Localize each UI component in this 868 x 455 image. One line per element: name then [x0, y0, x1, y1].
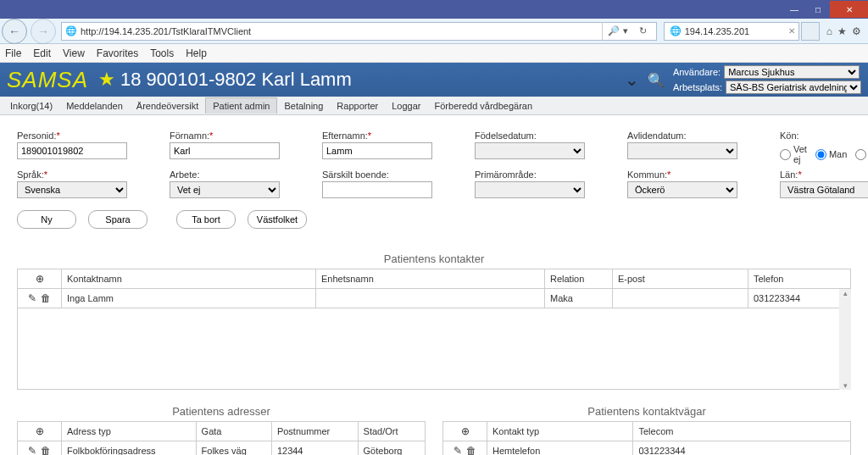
add-icon[interactable]: ⊕	[36, 273, 44, 285]
kon-label: Kön:	[780, 130, 868, 141]
kon-vetej[interactable]: Vet ej	[780, 144, 807, 164]
menu-tools[interactable]: Tools	[150, 47, 174, 59]
window-titlebar: — □ ✕	[0, 0, 868, 19]
table-row[interactable]: ✎ 🗑 Inga Lamm Maka 031223344	[18, 289, 851, 308]
table-row[interactable]: ✎ 🗑 Hemtelefon 031223344	[443, 441, 851, 456]
kon-kvinna[interactable]: Kvinna	[855, 149, 868, 160]
avliden-select[interactable]	[627, 142, 737, 159]
kon-man[interactable]: Man	[815, 149, 847, 160]
avliden-label: Avlidendatum:	[627, 130, 763, 141]
lan-select[interactable]: Västra Götaland	[780, 181, 868, 198]
lan-label: Län:*	[780, 169, 868, 180]
fodelse-select[interactable]	[475, 142, 585, 159]
home-icon[interactable]: ⌂	[826, 25, 832, 37]
arbete-select[interactable]: Vet ej	[170, 181, 280, 198]
tab-close-icon[interactable]: ✕	[788, 26, 795, 36]
addresses-title: Patientens adresser	[17, 405, 426, 418]
user-select[interactable]: Marcus Sjukhus	[724, 65, 860, 79]
star-icon[interactable]: ★	[98, 69, 115, 91]
menu-help[interactable]: Help	[186, 47, 207, 59]
browser-tab[interactable]: 🌐 194.14.235.201 ✕	[664, 22, 799, 41]
maximize-button[interactable]: □	[806, 1, 830, 18]
contact-unit	[316, 289, 545, 308]
url-text: http://194.14.235.201/TstKlaraITMVClient	[81, 26, 251, 36]
col-epost: E-post	[613, 269, 748, 289]
browser-tools: ⌂ ★ ⚙	[820, 25, 868, 37]
tab-arendeoversikt[interactable]: Ärendeöversikt	[130, 98, 205, 114]
ny-button[interactable]: Ny	[17, 210, 76, 229]
table-header-row: ⊕ Adress typ Gata Postnummer Stad/Ort	[18, 422, 426, 441]
efternamn-input[interactable]	[322, 142, 432, 159]
add-icon[interactable]: ⊕	[36, 425, 44, 437]
tab-inkorg[interactable]: Inkorg(14)	[3, 98, 59, 114]
table-header-row: ⊕ Kontaktnamn Enhetsnamn Relation E-post…	[18, 269, 851, 289]
patient-header: 18 900101-9802 Karl Lamm	[120, 69, 352, 91]
edit-icon[interactable]: ✎	[453, 445, 462, 455]
table-header-row: ⊕ Kontakt typ Telecom	[443, 422, 851, 441]
search-icon[interactable]: 🔍	[648, 72, 665, 88]
sprak-select[interactable]: Svenska	[17, 181, 127, 198]
tab-favicon: 🌐	[670, 25, 682, 36]
kommun-select[interactable]: Öckerö	[627, 181, 737, 198]
minimize-button[interactable]: —	[782, 1, 806, 18]
col-kontakttyp: Kontakt typ	[487, 422, 633, 441]
tab-forberedd[interactable]: Förberedd vårdbegäran	[428, 98, 540, 114]
col-gata: Gata	[196, 422, 271, 441]
fornamn-label: Förnamn:*	[170, 130, 305, 141]
delete-icon[interactable]: 🗑	[41, 292, 51, 304]
fornamn-input[interactable]	[170, 142, 280, 159]
menu-file[interactable]: File	[5, 47, 21, 59]
arbete-label: Arbete:	[170, 169, 305, 180]
spara-button[interactable]: Spara	[88, 210, 147, 229]
contact-phone: 031223344	[748, 289, 851, 308]
menu-edit[interactable]: Edit	[33, 47, 51, 59]
tab-betalning[interactable]: Betalning	[277, 98, 330, 114]
search-dropdown-icon[interactable]: 🔎 ▾	[608, 25, 627, 36]
sprak-label: Språk:*	[17, 169, 153, 180]
tab-loggar[interactable]: Loggar	[385, 98, 427, 114]
lower-sections: Patientens adresser ⊕ Adress typ Gata Po…	[17, 405, 851, 455]
tab-title: 194.14.235.201	[685, 26, 749, 36]
sarskilt-input[interactable]	[322, 181, 432, 198]
personid-input[interactable]	[17, 142, 127, 159]
edit-icon[interactable]: ✎	[28, 292, 36, 304]
tab-patient-admin[interactable]: Patient admin	[205, 97, 277, 114]
scroll-down-icon[interactable]: ▾	[843, 381, 848, 390]
scrollbar[interactable]: ▴▾	[839, 289, 851, 390]
url-actions: 🔎 ▾ ↻	[602, 22, 653, 41]
delete-icon[interactable]: 🗑	[41, 445, 51, 455]
col-postnr: Postnummer	[271, 422, 358, 441]
scroll-up-icon[interactable]: ▴	[843, 289, 848, 297]
tools-icon[interactable]: ⚙	[852, 25, 861, 37]
primar-select[interactable]	[475, 181, 585, 198]
favorites-icon[interactable]: ★	[837, 25, 847, 37]
back-button[interactable]: ←	[2, 19, 27, 44]
kon-radios: Vet ej Man Kvinna	[780, 142, 868, 164]
menu-favorites[interactable]: Favorites	[97, 47, 138, 59]
menu-view[interactable]: View	[63, 47, 85, 59]
chevron-down-icon[interactable]: ⌄	[625, 69, 639, 90]
contacts-section: Patientens kontakter ⊕ Kontaktnamn Enhet…	[17, 252, 851, 390]
main-content: Personid:* Förnamn:* Efternamn:* Födelse…	[0, 115, 868, 455]
contact-relation: Maka	[545, 289, 613, 308]
refresh-icon[interactable]: ↻	[639, 25, 647, 36]
add-contact-cell: ⊕	[18, 269, 62, 289]
add-icon[interactable]: ⊕	[461, 425, 470, 437]
vastfolket-button[interactable]: Västfolket	[248, 210, 307, 229]
tab-rapporter[interactable]: Rapporter	[330, 98, 385, 114]
efternamn-label: Efternamn:*	[322, 130, 458, 141]
app-tabs: Inkorg(14) Meddelanden Ärendeöversikt Pa…	[0, 97, 868, 115]
workplace-select[interactable]: SÄS-BS Geriatrisk avdelning	[726, 80, 861, 94]
address-bar[interactable]: 🌐 http://194.14.235.201/TstKlaraITMVClie…	[61, 22, 657, 41]
col-telecom: Telecom	[633, 422, 851, 441]
delete-icon[interactable]: 🗑	[466, 445, 476, 455]
patient-form: Personid:* Förnamn:* Efternamn:* Födelse…	[17, 130, 851, 198]
new-tab-button[interactable]	[801, 22, 820, 41]
close-button[interactable]: ✕	[830, 1, 868, 18]
app-header: SAMSA ★ 18 900101-9802 Karl Lamm ⌄ 🔍 Anv…	[0, 63, 868, 97]
tab-meddelanden[interactable]: Meddelanden	[59, 98, 130, 114]
table-row[interactable]: ✎ 🗑 Folkbokföringsadress Folkes väg 1234…	[18, 441, 426, 456]
edit-icon[interactable]: ✎	[28, 445, 36, 455]
forward-button[interactable]: →	[31, 19, 56, 44]
tabort-button[interactable]: Ta bort	[176, 210, 236, 229]
